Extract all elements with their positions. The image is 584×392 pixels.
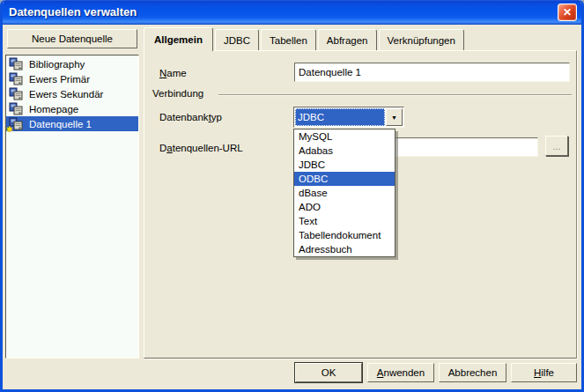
list-item-datenquelle-1[interactable]: ✱ Datenquelle 1 xyxy=(6,116,138,131)
close-button[interactable]: ✕ xyxy=(558,4,577,21)
dropdown-option-adressbuch[interactable]: Adressbuch xyxy=(294,242,395,256)
name-label: Name xyxy=(159,68,187,78)
chevron-down-icon: ▼ xyxy=(391,115,397,121)
name-input[interactable] xyxy=(294,63,570,82)
group-separator-line xyxy=(218,94,572,96)
list-item-label: Ewers Primär xyxy=(29,74,90,85)
tab-jdbc[interactable]: JDBC xyxy=(215,29,259,50)
list-item-homepage[interactable]: Homepage xyxy=(6,101,138,116)
list-item-label: Homepage xyxy=(29,104,78,115)
tab-verknuepfungen[interactable]: Verknüpfungen xyxy=(379,29,464,50)
datasource-icon xyxy=(9,102,23,115)
list-item-bibliography[interactable]: Bibliography xyxy=(6,56,138,71)
dropdown-option-text[interactable]: Text xyxy=(294,214,395,228)
ok-button[interactable]: OK xyxy=(295,363,362,382)
dropdown-option-jdbc[interactable]: JDBC xyxy=(294,158,395,172)
tab-allgemein[interactable]: Allgemein xyxy=(144,27,213,51)
dropdown-option-odbc[interactable]: ODBC xyxy=(294,172,395,186)
list-item-label: Ewers Sekundär xyxy=(29,89,103,100)
anwenden-button[interactable]: Anwenden xyxy=(367,363,434,382)
combobox-value[interactable]: JDBC xyxy=(295,108,385,126)
datasource-icon: ✱ xyxy=(9,117,23,130)
dropdown-option-mysql[interactable]: MySQL xyxy=(294,129,395,144)
list-item-label: Datenquelle 1 xyxy=(29,119,92,129)
abbrechen-button[interactable]: Abbrechen xyxy=(439,363,506,382)
combobox-arrow-button[interactable]: ▼ xyxy=(386,108,403,126)
new-datasource-button[interactable]: Neue Datenquelle xyxy=(7,29,137,48)
datenbanktyp-combobox[interactable]: JDBC ▼ xyxy=(293,107,404,128)
tabpage-allgemein: Name Verbindung Datenbanktyp JDBC ▼ Date… xyxy=(144,50,577,359)
dialog-window: Datenquellen verwalten ✕ Neue Datenquell… xyxy=(0,0,584,392)
list-item-ewers-sekundaer[interactable]: Ewers Sekundär xyxy=(6,86,138,101)
list-item-label: Bibliography xyxy=(29,59,85,70)
url-label: Datenquellen-URL xyxy=(159,143,243,153)
close-icon: ✕ xyxy=(563,6,572,18)
verbindung-group-label: Verbindung xyxy=(152,88,203,99)
tab-tabellen[interactable]: Tabellen xyxy=(261,29,316,50)
datasource-icon xyxy=(9,72,23,85)
list-item-ewers-primaer[interactable]: Ewers Primär xyxy=(6,71,138,86)
new-star-icon: ✱ xyxy=(6,126,13,134)
datasource-icon xyxy=(9,87,23,100)
dialog-body: Neue Datenquelle Bibliography Ewers Prim… xyxy=(3,25,581,389)
dbtype-dropdown-list: MySQL Adabas JDBC ODBC dBase ADO Text Ta… xyxy=(293,129,395,257)
dropdown-option-tabellendokument[interactable]: Tabellendokument xyxy=(294,228,395,242)
tabstrip: Allgemein JDBC Tabellen Abfragen Verknüp… xyxy=(144,27,466,50)
dropdown-option-dbase[interactable]: dBase xyxy=(294,186,395,200)
dropdown-option-adabas[interactable]: Adabas xyxy=(294,144,395,158)
datasource-icon xyxy=(9,57,23,70)
tab-abfragen[interactable]: Abfragen xyxy=(318,29,377,50)
browse-button[interactable]: ... xyxy=(545,136,568,156)
datasource-list[interactable]: Bibliography Ewers Primär Ewers Sekundär… xyxy=(5,55,139,359)
window-title: Datenquellen verwalten xyxy=(9,5,137,18)
datenbanktyp-label: Datenbanktyp xyxy=(159,112,222,122)
titlebar[interactable]: Datenquellen verwalten ✕ xyxy=(0,0,584,25)
hilfe-button[interactable]: Hilfe xyxy=(511,363,577,382)
dropdown-option-ado[interactable]: ADO xyxy=(294,200,395,214)
